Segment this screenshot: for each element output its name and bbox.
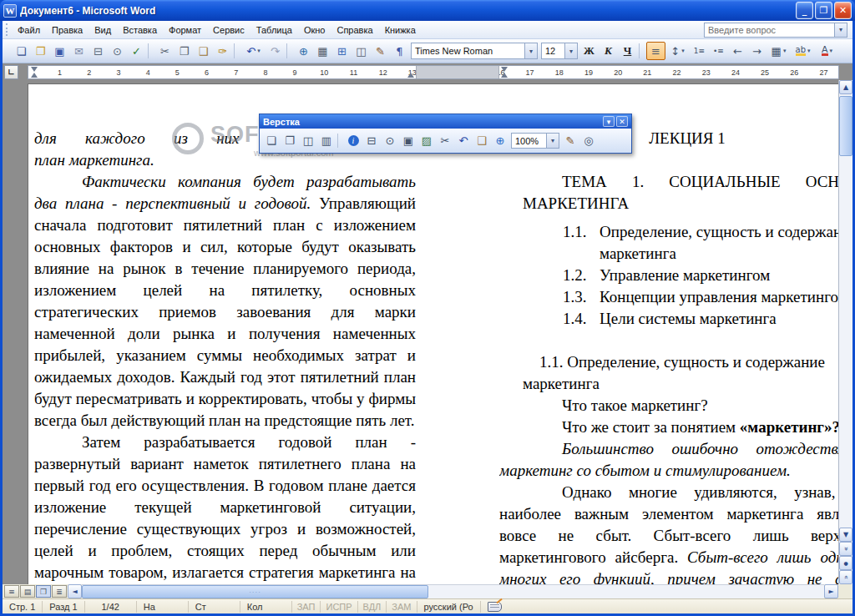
print-preview-icon[interactable]: ⊙ <box>108 42 127 60</box>
close-button[interactable]: ✕ <box>834 2 852 19</box>
outline-view-button[interactable]: ≣ <box>52 585 67 598</box>
right-indent-marker[interactable] <box>407 73 414 78</box>
insert-table-icon[interactable]: ⊞ <box>332 42 352 60</box>
italic-button[interactable]: К <box>599 42 618 60</box>
maximize-button[interactable]: ❐ <box>815 2 832 19</box>
next-page-icon[interactable]: » <box>839 570 852 584</box>
menu-item[interactable]: Файл <box>12 21 46 38</box>
tables-borders-icon[interactable]: ▦ <box>313 42 332 60</box>
menu-item[interactable]: Формат <box>163 21 207 38</box>
zoom-combo[interactable]: 100% ▾ <box>511 133 559 149</box>
normal-view-button[interactable]: ≡ <box>4 585 19 598</box>
decrease-indent-icon[interactable]: ← <box>728 42 747 60</box>
format-painter-icon[interactable]: ✑ <box>213 42 232 60</box>
paste-icon[interactable]: ❑ <box>473 132 491 149</box>
menu-item[interactable]: Таблица <box>250 21 298 38</box>
vertical-scroll-thumb[interactable] <box>839 96 852 156</box>
chevron-down-icon[interactable]: ▾ <box>546 134 559 148</box>
font-color-icon[interactable]: А <box>815 42 839 60</box>
globe-icon[interactable]: ⊕ <box>491 132 509 149</box>
scroll-down-icon[interactable]: ▼ <box>839 528 852 542</box>
spelling-icon[interactable]: ✓ <box>127 42 146 60</box>
web-layout-view-button[interactable]: ▤ <box>20 585 35 598</box>
new-document-icon[interactable]: ❏ <box>12 42 31 60</box>
highlight-icon[interactable]: ab <box>791 42 815 60</box>
undo-icon[interactable]: ↶ <box>241 42 266 60</box>
status-toggle[interactable]: ЗАМ <box>387 601 417 613</box>
menu-item[interactable]: Книжка <box>379 21 422 38</box>
single-page-icon[interactable]: ❏ <box>262 132 281 149</box>
select-browse-object-icon[interactable]: ● <box>839 556 852 570</box>
pen-icon[interactable]: ✎ <box>561 132 579 149</box>
minimize-button[interactable]: _ <box>796 2 813 19</box>
paste-icon[interactable]: ❑ <box>194 42 213 60</box>
column2-first-line-indent-marker[interactable] <box>501 67 508 72</box>
horizontal-scroll-track[interactable]: ···· <box>82 584 824 598</box>
layout-toolbar-title-bar[interactable]: Верстка ▾ ✕ <box>260 114 631 129</box>
menu-item[interactable]: Сервис <box>207 21 250 38</box>
info-icon[interactable]: i <box>344 132 362 149</box>
align-justify-icon[interactable]: ≡ <box>646 42 665 60</box>
menu-item[interactable]: Вид <box>89 21 117 38</box>
numbered-list-icon[interactable]: 1≡ <box>690 42 709 60</box>
document-page[interactable]: для каждого из них нужен детальный план … <box>28 83 839 584</box>
toolbar-options-icon[interactable]: ▾ <box>603 116 615 127</box>
print-icon[interactable]: ⊟ <box>89 42 108 60</box>
chevron-down-icon[interactable]: ▾ <box>524 43 537 58</box>
toolbar-grip[interactable] <box>6 23 10 36</box>
left-indent-marker[interactable] <box>31 73 38 78</box>
scroll-right-icon[interactable]: ► <box>824 584 838 598</box>
cut-icon[interactable]: ✂ <box>436 132 454 149</box>
vertical-scrollbar[interactable]: ▲ ▼ « ● » <box>838 80 852 584</box>
show-paragraph-icon[interactable]: ¶ <box>390 42 409 60</box>
open-folder-icon[interactable]: ❐ <box>31 42 50 60</box>
font-size-combo[interactable]: 12 ▾ <box>541 43 578 59</box>
horizontal-ruler[interactable]: 1234567891011121314151617181920212223242… <box>28 65 839 79</box>
print-layout-view-button[interactable]: ❐ <box>36 585 51 598</box>
previous-page-icon[interactable]: « <box>839 542 852 556</box>
line-spacing-icon[interactable]: ↕ <box>665 42 690 60</box>
menu-item[interactable]: Вставка <box>117 21 163 38</box>
chevron-down-icon[interactable]: ▾ <box>564 43 577 58</box>
bullet-list-icon[interactable]: •≡ <box>709 42 728 60</box>
borders-icon[interactable]: ▦ <box>766 42 791 60</box>
font-name-combo[interactable]: Times New Roman ▾ <box>411 43 538 59</box>
picture-icon[interactable]: ▨ <box>417 132 436 149</box>
drawing-icon[interactable]: ✎ <box>371 42 390 60</box>
cut-icon[interactable]: ✂ <box>155 42 175 60</box>
columns-icon[interactable]: ▥ <box>317 132 336 149</box>
scroll-left-icon[interactable]: ◄ <box>68 584 82 598</box>
spelling-status-icon[interactable] <box>488 602 502 612</box>
menu-item[interactable]: Правка <box>46 21 89 38</box>
menu-item[interactable]: Окно <box>298 21 331 38</box>
print-icon[interactable]: ⊟ <box>362 132 381 149</box>
bold-button[interactable]: Ж <box>579 42 599 60</box>
undo-icon[interactable]: ↶ <box>454 132 473 149</box>
page-frame-icon[interactable]: ◫ <box>299 132 317 149</box>
title-bar[interactable]: W Документ6 - Microsoft Word _ ❐ ✕ <box>0 0 855 21</box>
ask-question-box[interactable]: Введите вопрос ▾ <box>704 23 847 38</box>
mail-icon[interactable]: ✉ <box>69 42 89 60</box>
screen-view-icon[interactable]: ▣ <box>399 132 417 149</box>
save-icon[interactable]: ▣ <box>50 42 69 60</box>
facing-pages-icon[interactable]: ❐ <box>281 132 299 149</box>
language-indicator[interactable]: русский (Ро <box>417 601 481 613</box>
close-icon[interactable]: ✕ <box>616 116 628 127</box>
status-toggle[interactable]: ЗАП <box>292 601 321 613</box>
first-line-indent-marker[interactable] <box>31 67 38 72</box>
columns-icon[interactable]: ◫ <box>352 42 371 60</box>
underline-button[interactable]: Ч <box>618 42 637 60</box>
horizontal-scroll-thumb[interactable]: ···· <box>82 585 428 598</box>
column2-left-indent-marker[interactable] <box>501 73 508 78</box>
tab-stop-selector[interactable]: ∟ <box>4 65 18 79</box>
chevron-down-icon[interactable]: ▾ <box>834 23 847 37</box>
redo-icon[interactable]: ↷ <box>266 42 285 60</box>
status-toggle[interactable]: ИСПР <box>321 601 357 613</box>
status-toggle[interactable]: ВДЛ <box>358 601 387 613</box>
print-preview-icon[interactable]: ⊙ <box>381 132 399 149</box>
hyperlink-icon[interactable]: ⊕ <box>294 42 313 60</box>
increase-indent-icon[interactable]: → <box>747 42 766 60</box>
magnifier-icon[interactable]: ◎ <box>579 132 598 149</box>
layout-floating-toolbar[interactable]: Верстка ▾ ✕ ❏ ❐ ◫ ▥ i <box>259 114 632 154</box>
scroll-up-icon[interactable]: ▲ <box>839 80 852 94</box>
